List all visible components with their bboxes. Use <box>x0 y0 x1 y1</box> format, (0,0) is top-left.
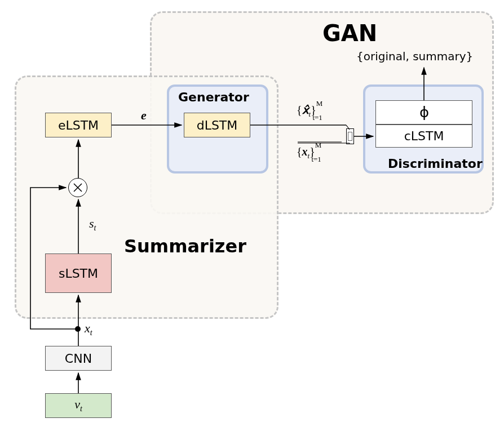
generator-title: Generator <box>178 90 249 104</box>
elstm-label: eLSTM <box>58 118 99 132</box>
multiply-icon <box>72 182 83 193</box>
disc-output-label: {original, summary} <box>356 50 473 63</box>
vt-label: vt <box>74 397 82 413</box>
slstm-label: sLSTM <box>59 266 98 281</box>
summarizer-title: Summarizer <box>124 235 246 257</box>
xhat-seq-label: {x̂t}Mt=1 <box>297 103 333 119</box>
multiply-node <box>68 178 87 197</box>
phi-block: ϕ <box>375 100 472 124</box>
vt-block: vt <box>45 393 112 418</box>
cnn-block: CNN <box>45 346 112 371</box>
e-label: e <box>141 108 147 123</box>
st-label: st <box>89 216 96 233</box>
dlstm-label: dLSTM <box>197 118 238 132</box>
diagram-canvas: GAN Summarizer Generator Discriminator v… <box>0 0 504 427</box>
clstm-block: cLSTM <box>375 124 472 148</box>
selector-inner <box>348 132 352 141</box>
cnn-label: CNN <box>65 352 92 366</box>
xt-junction-dot <box>75 326 81 332</box>
clstm-label: cLSTM <box>404 129 444 143</box>
gan-title: GAN <box>322 20 377 46</box>
elstm-block: eLSTM <box>45 113 112 137</box>
dlstm-block: dLSTM <box>184 113 250 137</box>
discriminator-title: Discriminator <box>388 157 483 171</box>
xt-label: xt <box>85 321 92 337</box>
x-seq-label: {xt}Mt=1 <box>297 144 331 161</box>
slstm-block: sLSTM <box>45 253 112 293</box>
phi-label: ϕ <box>419 104 429 121</box>
